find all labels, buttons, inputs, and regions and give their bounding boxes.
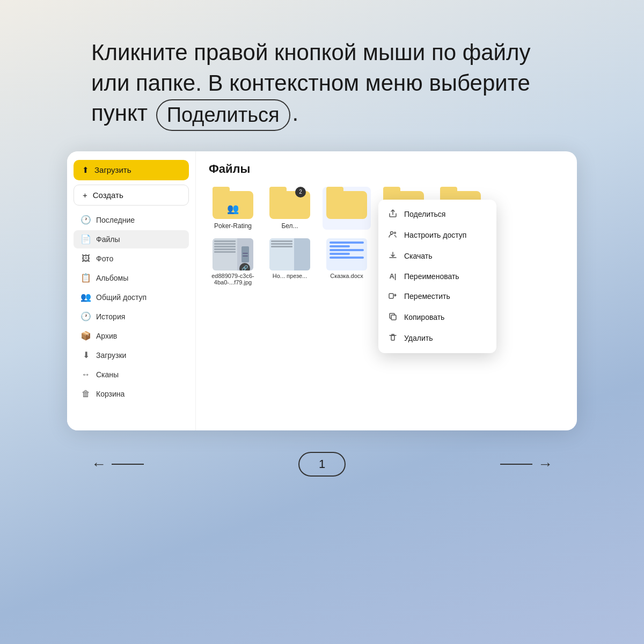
sidebar-item-archive[interactable]: 📦 Архив	[74, 327, 189, 345]
ctx-share-label: Поделиться	[404, 210, 445, 218]
sidebar-label-scans: Сканы	[96, 370, 119, 379]
file-jpg[interactable]: 🔗 ed889079-c3c6-4ba0-...f79.jpg	[209, 238, 257, 286]
page-number: 1	[298, 452, 346, 477]
ctx-rename[interactable]: A| Переименовать	[378, 267, 496, 286]
sidebar-label-albums: Альбомы	[96, 274, 128, 282]
folder-shared-badge: 👥	[227, 203, 239, 215]
sidebar: ⬆ Загрузить + Создать 🕐 Последние 📄 Файл…	[67, 151, 196, 430]
sidebar-label-shared: Общий доступ	[96, 293, 147, 302]
upload-button[interactable]: ⬆ Загрузить	[74, 160, 189, 180]
ctx-rename-label: Переименовать	[404, 272, 459, 281]
ctx-delete-icon	[388, 333, 398, 343]
upload-label: Загрузить	[94, 165, 131, 174]
ctx-download-label: Скачать	[404, 252, 433, 260]
ctx-rename-icon: A|	[388, 272, 398, 280]
folder-name-bel: Бел...	[281, 222, 298, 230]
plus-icon: +	[83, 191, 87, 200]
ctx-download[interactable]: Скачать	[378, 246, 496, 267]
prev-button[interactable]: ←	[91, 456, 144, 473]
sidebar-item-photos[interactable]: 🖼 Фото	[74, 250, 189, 268]
sidebar-item-shared[interactable]: 👥 Общий доступ	[74, 288, 189, 306]
instruction-text-1: Кликните правой кнопкой мыши по файлу	[91, 40, 531, 65]
sidebar-label-files: Файлы	[96, 235, 120, 244]
sidebar-label-photos: Фото	[96, 254, 113, 263]
sidebar-label-trash: Корзина	[96, 390, 125, 398]
clock-icon: 🕐	[81, 215, 91, 225]
album-icon: 📋	[81, 273, 91, 283]
svg-rect-1	[243, 253, 248, 254]
bottom-nav: ← 1 →	[91, 452, 553, 477]
folder-icon-poker: 👥	[213, 187, 253, 219]
sidebar-item-history[interactable]: 🕐 История	[74, 308, 189, 326]
instruction-text-4: .	[292, 100, 299, 126]
ctx-download-icon	[388, 251, 398, 261]
sidebar-item-files[interactable]: 📄 Файлы	[74, 230, 189, 248]
instruction-text-2: или папке. В контекстном меню выберите	[91, 70, 530, 96]
ctx-copy[interactable]: Копировать	[378, 307, 496, 328]
svg-rect-5	[389, 294, 393, 298]
history-icon: 🕐	[81, 312, 91, 321]
ctx-copy-icon	[388, 312, 398, 323]
share-badge: Поделиться	[156, 99, 290, 131]
svg-point-3	[391, 231, 393, 234]
ctx-share-icon	[388, 209, 398, 219]
sidebar-item-downloads[interactable]: ⬇ Загрузки	[74, 346, 189, 364]
page-title: Файлы	[209, 162, 564, 176]
file-docx[interactable]: Сказка.docx	[323, 238, 371, 286]
docx-thumb	[326, 238, 367, 270]
trash-sidebar-icon: 🗑	[81, 389, 91, 399]
context-menu: Поделиться Настроить доступ	[378, 200, 496, 353]
folder-icon-bel: 2	[269, 187, 310, 219]
sidebar-label-history: История	[96, 312, 125, 321]
link-badge: 🔗	[239, 263, 250, 270]
file-presentation[interactable]: Но... презе...	[266, 238, 314, 286]
ctx-share[interactable]: Поделиться	[378, 204, 496, 225]
sidebar-label-recent: Последние	[96, 216, 135, 224]
file-name-jpg: ed889079-c3c6-4ba0-...f79.jpg	[209, 273, 257, 286]
ctx-access-icon	[388, 230, 398, 240]
photo-icon: 🖼	[81, 254, 91, 264]
shared-icon: 👥	[81, 292, 91, 302]
folder-poker-rating[interactable]: 👥 Poker-Rating	[209, 187, 257, 230]
main-content: Файлы 👥 Poker-Rating 2	[196, 151, 577, 430]
svg-rect-6	[391, 315, 396, 320]
next-arrow-icon: →	[538, 456, 553, 473]
sidebar-item-scans[interactable]: ↔ Сканы	[74, 365, 189, 384]
scan-icon: ↔	[81, 370, 91, 379]
download-icon: ⬇	[81, 350, 91, 360]
ctx-move[interactable]: Переместить	[378, 286, 496, 307]
next-button[interactable]: →	[500, 456, 553, 473]
sidebar-label-downloads: Загрузки	[96, 351, 126, 360]
folder-badge: 2	[295, 187, 306, 197]
ctx-copy-label: Копировать	[404, 313, 444, 321]
sidebar-item-albums[interactable]: 📋 Альбомы	[74, 269, 189, 287]
create-label: Создать	[93, 191, 123, 200]
folder-highlighted[interactable]	[323, 187, 371, 230]
folder-bel[interactable]: 2 Бел...	[266, 187, 314, 230]
svg-rect-0	[241, 246, 249, 262]
folder-icon-highlighted	[326, 187, 367, 219]
sidebar-item-trash[interactable]: 🗑 Корзина	[74, 385, 189, 403]
archive-icon: 📦	[81, 331, 91, 341]
svg-rect-2	[243, 255, 248, 257]
file-name-presentation: Но... презе...	[273, 273, 307, 279]
file-name-docx: Сказка.docx	[330, 273, 363, 279]
ctx-delete[interactable]: Удалить	[378, 328, 496, 349]
file-icon: 📄	[81, 235, 91, 244]
ctx-move-label: Переместить	[404, 292, 450, 301]
ctx-delete-label: Удалить	[404, 334, 433, 342]
svg-rect-7	[391, 335, 394, 340]
file-thumb-presentation	[269, 238, 310, 270]
instruction-text-3: пункт	[91, 100, 148, 126]
ctx-move-icon	[388, 291, 398, 302]
app-window: ⬆ Загрузить + Создать 🕐 Последние 📄 Файл…	[67, 151, 577, 430]
file-thumb-jpg: 🔗	[213, 238, 253, 270]
folder-name-poker: Poker-Rating	[214, 222, 252, 230]
create-button[interactable]: + Создать	[74, 185, 189, 206]
svg-point-4	[394, 232, 396, 233]
sidebar-label-archive: Архив	[96, 332, 117, 340]
ctx-access[interactable]: Настроить доступ	[378, 225, 496, 246]
ctx-access-label: Настроить доступ	[404, 231, 466, 239]
sidebar-item-recent[interactable]: 🕐 Последние	[74, 211, 189, 229]
upload-icon: ⬆	[82, 165, 89, 175]
